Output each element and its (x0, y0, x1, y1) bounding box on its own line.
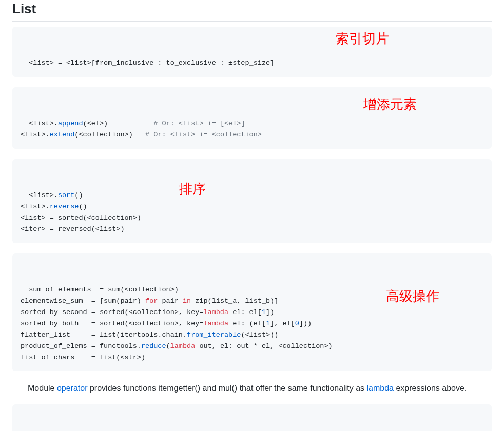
note-text: provides functions itemgetter() and mul(… (88, 384, 367, 393)
section-title: List (12, 0, 492, 22)
note-text: expressions above. (394, 384, 467, 393)
note-text: Module (28, 384, 57, 393)
code-block-slicing: 索引切片 <list> = <list>[from_inclusive : to… (12, 27, 492, 77)
lambda-link[interactable]: lambda (366, 384, 393, 393)
operator-link[interactable]: operator (57, 384, 88, 393)
annotation-slicing: 索引切片 (336, 33, 389, 44)
annotation-sort: 排序 (179, 183, 206, 194)
code-block-advanced: 高级操作 sum_of_elements = sum(<collection>)… (12, 253, 492, 371)
code-block-crud: 增删改查 <int> = <list>.count(<el>) # Return… (12, 404, 492, 431)
annotation-advanced: 高级操作 (386, 290, 439, 302)
module-note: Module operator provides functions itemg… (28, 382, 492, 395)
code-block-append: 增添元素 <list>.append(<el>) # Or: <list> +=… (12, 87, 492, 149)
code-block-sort: 排序 <list>.sort() <list>.reverse() <list>… (12, 159, 492, 243)
annotation-append: 增添元素 (363, 99, 417, 110)
